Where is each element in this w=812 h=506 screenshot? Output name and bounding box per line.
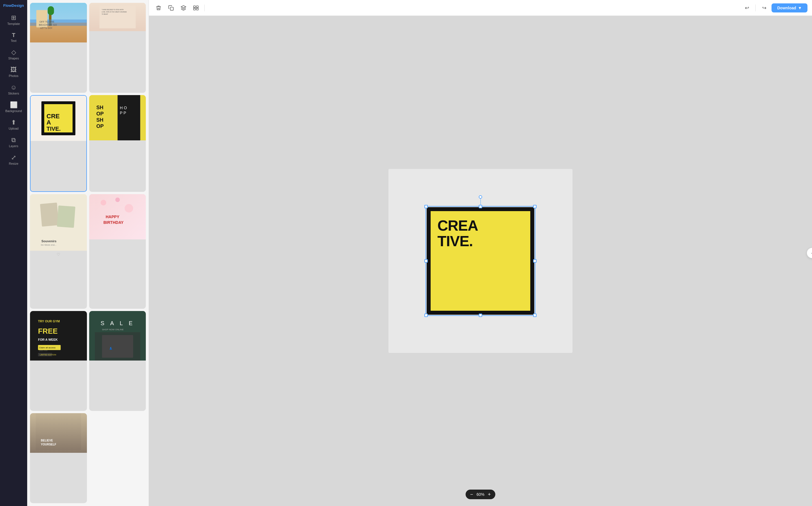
- zoom-bar: − 60% +: [466, 490, 495, 499]
- sidebar-item-resize[interactable]: ⤢ Resize: [2, 152, 25, 168]
- toolbar-separator: [205, 5, 205, 11]
- svg-rect-60: [194, 8, 196, 10]
- svg-text:SH: SH: [96, 117, 103, 123]
- text-icon: T: [12, 32, 15, 38]
- template-card-creative[interactable]: CRE A TIVE.: [30, 95, 87, 192]
- svg-text:LET'S GO!: LET'S GO!: [40, 26, 52, 29]
- svg-point-35: [115, 197, 120, 202]
- svg-rect-61: [196, 8, 198, 10]
- svg-text:BIRTHDAY: BIRTHDAY: [103, 220, 124, 225]
- sidebar-item-label: Layers: [9, 144, 18, 148]
- sidebar-item-photos[interactable]: 🖼 Photos: [2, 64, 25, 80]
- sidebar-item-label: Photos: [9, 74, 18, 78]
- resize-icon: ⤢: [11, 155, 16, 161]
- shapes-icon: ◇: [11, 49, 16, 56]
- template-card-sale[interactable]: S A L E SHOP NOW ONLINE 👗: [89, 311, 146, 411]
- favorite-icon[interactable]: ♡: [57, 252, 60, 257]
- sidebar: FlowDesign ⊞ Template T Text ◇ Shapes 🖼 …: [0, 0, 27, 506]
- svg-text:pass now: pass now: [39, 349, 48, 352]
- template-card-beach[interactable]: OFF TO THE BEACH WE GO LET'S GO!: [30, 3, 87, 93]
- svg-text:H O: H O: [120, 105, 127, 110]
- svg-marker-57: [181, 5, 186, 8]
- svg-text:HAPPY: HAPPY: [106, 215, 119, 219]
- canvas-area: CREA TIVE.: [149, 16, 812, 506]
- duplicate-button[interactable]: [166, 3, 176, 13]
- svg-point-33: [100, 200, 106, 205]
- template-thumbnail: "I HAVE DECIDED TO STICK WITH LOVE. HATE…: [89, 3, 146, 31]
- design-text: CREA TIVE.: [437, 218, 478, 249]
- sidebar-item-label: Template: [7, 22, 20, 25]
- svg-rect-3: [48, 6, 54, 15]
- svg-point-34: [125, 204, 133, 213]
- template-thumbnail: Souvenirs De Week end...: [30, 194, 87, 251]
- template-thumbnail: OFF TO THE BEACH WE GO LET'S GO!: [30, 3, 87, 43]
- svg-text:A: A: [47, 119, 51, 126]
- sidebar-item-upload[interactable]: ⬆ Upload: [2, 116, 25, 133]
- sidebar-item-template[interactable]: ⊞ Template: [2, 12, 25, 28]
- toolbar-right: ↩ ↪ Download ▼: [742, 3, 807, 13]
- redo-button[interactable]: ↪: [759, 3, 769, 13]
- svg-text:SHOP NOW ONLINE: SHOP NOW ONLINE: [102, 328, 124, 331]
- svg-text:YOURSELF: YOURSELF: [41, 443, 56, 446]
- svg-text:OFF TO THE: OFF TO THE: [39, 20, 54, 23]
- templates-panel: OFF TO THE BEACH WE GO LET'S GO! "I HAVE…: [27, 0, 149, 506]
- template-card-shop[interactable]: SH OP SH OP H O P P: [89, 95, 146, 192]
- sidebar-item-layers[interactable]: ⧉ Layers: [2, 134, 25, 151]
- zoom-out-button[interactable]: −: [470, 492, 473, 497]
- layers-icon: ⧉: [11, 137, 16, 143]
- rotate-line: [480, 198, 481, 206]
- design-element[interactable]: CREA TIVE.: [427, 207, 534, 315]
- zoom-in-button[interactable]: +: [488, 492, 491, 497]
- svg-text:S A L E: S A L E: [100, 320, 135, 326]
- svg-text:LIMITED EDITION: LIMITED EDITION: [39, 354, 56, 356]
- svg-text:OP: OP: [96, 111, 104, 116]
- template-card-quote[interactable]: "I HAVE DECIDED TO STICK WITH LOVE. HATE…: [89, 3, 146, 93]
- svg-text:BEACH WE GO: BEACH WE GO: [39, 23, 57, 26]
- download-chevron-icon: ▼: [798, 6, 802, 10]
- svg-text:BELIEVE: BELIEVE: [41, 439, 53, 442]
- template-thumbnail: BELIEVE YOURSELF: [30, 413, 87, 453]
- svg-text:👗: 👗: [109, 346, 113, 350]
- svg-rect-29: [57, 205, 75, 228]
- svg-text:SH: SH: [96, 105, 103, 110]
- sidebar-item-text[interactable]: T Text: [2, 29, 25, 45]
- group-button[interactable]: [191, 3, 201, 13]
- rotate-handle[interactable]: [479, 195, 482, 199]
- sidebar-item-label: Text: [11, 39, 16, 43]
- template-card-birthday[interactable]: HAPPY BIRTHDAY: [89, 194, 146, 309]
- app-logo: FlowDesign: [3, 3, 24, 8]
- main-area: ↩ ↪ Download ▼ CREA TIVE.: [149, 0, 812, 506]
- svg-rect-20: [117, 95, 140, 140]
- sidebar-item-label: Background: [5, 109, 22, 113]
- svg-rect-59: [196, 6, 198, 8]
- svg-rect-51: [102, 335, 133, 358]
- svg-rect-56: [170, 7, 174, 10]
- svg-text:FOR A WEEK: FOR A WEEK: [38, 338, 58, 341]
- template-card-souvenir[interactable]: Souvenirs De Week end... ♡: [30, 194, 87, 309]
- download-label: Download: [777, 6, 796, 10]
- svg-rect-58: [194, 6, 196, 8]
- svg-rect-28: [40, 202, 59, 227]
- delete-button[interactable]: [153, 3, 164, 13]
- template-card-gym[interactable]: TRY OUR GYM FREE FOR A WEEK Claim all ac…: [30, 311, 87, 411]
- zoom-level: 60%: [477, 492, 484, 497]
- svg-text:OP: OP: [96, 123, 104, 129]
- template-thumbnail: TRY OUR GYM FREE FOR A WEEK Claim all ac…: [30, 311, 87, 360]
- sidebar-item-background[interactable]: ⬜ Background: [2, 99, 25, 115]
- sidebar-item-label: Resize: [9, 162, 18, 165]
- template-card-believe[interactable]: BELIEVE YOURSELF: [30, 413, 87, 503]
- download-button[interactable]: Download ▼: [772, 3, 807, 12]
- sidebar-item-label: Upload: [9, 127, 19, 130]
- sidebar-item-stickers[interactable]: ☺ Stickers: [2, 82, 25, 98]
- canvas-background: CREA TIVE.: [389, 169, 572, 353]
- photos-icon: 🖼: [10, 67, 17, 73]
- template-icon: ⊞: [11, 15, 16, 21]
- layers-button[interactable]: [178, 3, 188, 13]
- sidebar-item-shapes[interactable]: ◇ Shapes: [2, 47, 25, 63]
- undo-button[interactable]: ↩: [742, 3, 752, 13]
- background-icon: ⬜: [10, 102, 17, 108]
- template-thumbnail: S A L E SHOP NOW ONLINE 👗: [89, 311, 146, 360]
- svg-text:P P: P P: [120, 111, 126, 115]
- svg-text:"I HAVE DECIDED TO STICK WITH: "I HAVE DECIDED TO STICK WITH: [102, 9, 124, 10]
- upload-icon: ⬆: [11, 119, 16, 125]
